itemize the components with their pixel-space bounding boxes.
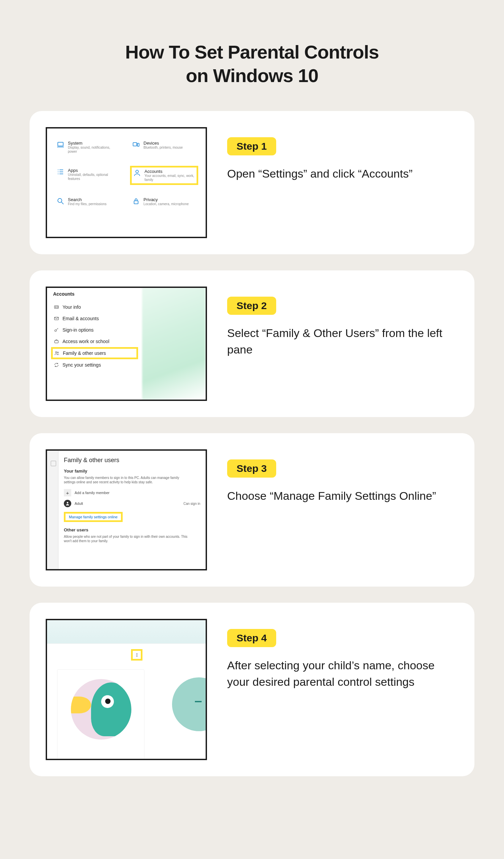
step-card-1: System Display, sound, notifications, po… [30, 111, 474, 254]
svg-point-13 [67, 502, 68, 503]
settings-item-sub: Location, camera, microphone [143, 202, 189, 206]
sidebar-collapsed [47, 451, 59, 569]
sidebar-item-label: Sign-in options [63, 327, 94, 333]
screenshot-family-online [46, 619, 207, 760]
sidebar-item-label: Email & accounts [63, 316, 99, 321]
settings-item-system[interactable]: System Display, sound, notifications, po… [54, 139, 123, 156]
step-badge: Step 4 [227, 629, 276, 647]
svg-rect-8 [54, 317, 59, 320]
step-badge: Step 3 [227, 459, 276, 478]
manage-family-link[interactable]: Manage family settings online [64, 512, 123, 522]
devices-icon [132, 140, 140, 149]
list-icon [57, 168, 64, 176]
page-title: How To Set Parental Controls on Windows … [30, 40, 474, 88]
family-description: You can allow family members to sign in … [64, 476, 191, 484]
settings-item-privacy[interactable]: Privacy Location, camera, microphone [130, 195, 198, 208]
settings-item-sub: Find my files, permissions [68, 202, 107, 206]
svg-rect-1 [133, 142, 137, 146]
screenshot-settings: System Display, sound, notifications, po… [46, 127, 207, 238]
svg-point-11 [56, 351, 57, 353]
plus-icon [195, 701, 202, 702]
add-member-label: Add a family member [75, 491, 110, 495]
settings-item-title: Devices [143, 140, 183, 146]
people-icon [54, 350, 60, 356]
svg-point-12 [58, 352, 59, 353]
step-card-4: Step 4 After selecting your child’s name… [30, 603, 474, 776]
settings-item-sub: Display, sound, notifications, power [68, 146, 118, 154]
svg-point-7 [56, 307, 57, 308]
svg-rect-2 [138, 143, 139, 146]
settings-item-devices[interactable]: Devices Bluetooth, printers, mouse [130, 139, 198, 156]
step-card-2: Accounts Your info Email & accounts Sign… [30, 270, 474, 417]
svg-point-9 [55, 330, 57, 331]
svg-point-4 [58, 198, 62, 202]
settings-item-search[interactable]: Search Find my files, permissions [54, 195, 123, 208]
blurred-hero [142, 288, 206, 400]
svg-rect-0 [58, 142, 63, 146]
sidebar-item-label: Family & other users [63, 350, 106, 356]
settings-item-title: Privacy [143, 197, 189, 202]
step-badge: Step 2 [227, 297, 276, 315]
family-member-row[interactable]: Adult Can sign in [64, 500, 200, 507]
step-card-3: Family & other users Your family You can… [30, 433, 474, 587]
sidebar-header: Accounts [53, 291, 138, 297]
sidebar-item-label: Sync your settings [63, 362, 101, 367]
add-family-member-row[interactable]: + Add a family member [64, 489, 200, 496]
sidebar-item-label: Access work or school [63, 339, 109, 344]
settings-item-title: Search [68, 197, 107, 202]
overflow-menu-button[interactable] [131, 649, 142, 661]
briefcase-icon [54, 339, 59, 344]
settings-item-sub: Your accounts, email, sync, work, family [144, 174, 195, 182]
step-instruction: Open “Settings” and click “Accounts” [227, 165, 454, 182]
title-line-1: How To Set Parental Controls [125, 41, 379, 63]
sidebar-item-your-info[interactable]: Your info [51, 301, 138, 313]
mail-icon [54, 316, 59, 321]
avatar-toucan [71, 679, 131, 740]
laptop-icon [57, 140, 64, 149]
sidebar-item-work[interactable]: Access work or school [51, 336, 138, 347]
member-status: Can sign in [184, 502, 200, 506]
lock-icon [132, 197, 140, 205]
settings-item-title: Apps [68, 168, 118, 173]
step-instruction: Choose “Manage Family Settings Online” [227, 488, 454, 504]
svg-rect-10 [55, 341, 59, 343]
settings-item-sub: Bluetooth, printers, mouse [143, 146, 183, 150]
svg-point-3 [136, 170, 139, 173]
sidebar-item-email[interactable]: Email & accounts [51, 313, 138, 324]
plus-icon: + [64, 489, 71, 496]
sidebar-item-family[interactable]: Family & other users [51, 347, 138, 359]
section-your-family: Your family [64, 468, 200, 473]
step-instruction: Select “Family & Other Users” from the l… [227, 325, 454, 358]
section-other-users: Other users [64, 527, 200, 532]
step-instruction: After selecting your child’s name, choos… [227, 657, 454, 691]
step-badge: Step 1 [227, 137, 276, 155]
screenshot-family-pane: Family & other users Your family You can… [46, 449, 207, 570]
sidebar-item-signin[interactable]: Sign-in options [51, 324, 138, 336]
settings-item-title: System [68, 140, 118, 146]
person-icon [133, 169, 141, 177]
child-profile-tile[interactable] [57, 669, 144, 760]
key-icon [54, 327, 59, 333]
settings-item-title: Accounts [144, 169, 195, 174]
add-child-tile[interactable] [172, 677, 207, 731]
search-box-icon[interactable] [51, 461, 56, 466]
member-role: Adult [75, 501, 83, 506]
svg-rect-6 [54, 306, 59, 308]
svg-rect-5 [134, 201, 138, 204]
header-bar [47, 620, 206, 644]
settings-item-apps[interactable]: Apps Uninstall, defaults, optional featu… [54, 166, 123, 185]
id-card-icon [54, 304, 59, 310]
settings-item-sub: Uninstall, defaults, optional features [68, 173, 118, 181]
settings-item-accounts[interactable]: Accounts Your accounts, email, sync, wor… [130, 166, 198, 185]
pane-heading: Family & other users [64, 457, 200, 464]
sidebar-item-sync[interactable]: Sync your settings [51, 359, 138, 371]
avatar-icon [64, 500, 71, 507]
search-icon [57, 197, 64, 205]
sync-icon [54, 362, 59, 367]
sidebar-item-label: Your info [63, 304, 81, 310]
title-line-2: on Windows 10 [186, 65, 318, 86]
screenshot-accounts-sidebar: Accounts Your info Email & accounts Sign… [46, 287, 207, 401]
other-users-description: Allow people who are not part of your fa… [64, 534, 191, 543]
